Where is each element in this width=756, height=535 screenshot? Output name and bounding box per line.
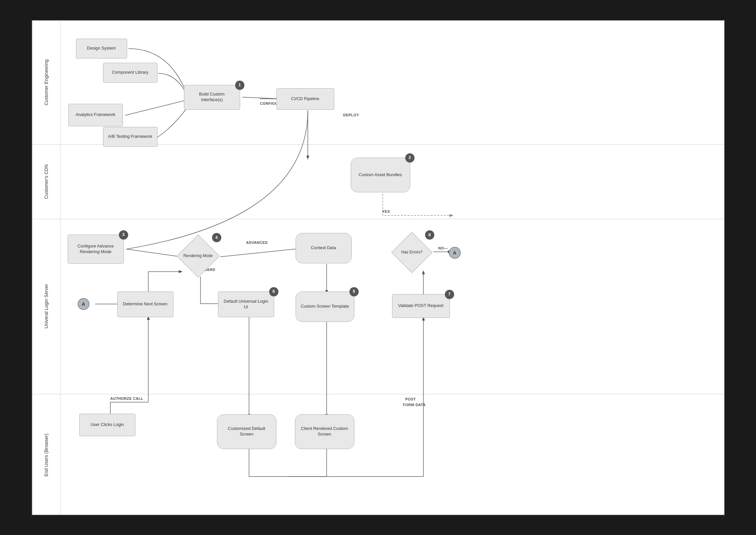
- customized-default-screen-label: Customized Default Screen: [222, 426, 271, 437]
- analytics-framework-label: Analytics Framework: [76, 112, 116, 118]
- default-universal-node: Default Universal Login UI 6: [218, 291, 274, 317]
- arrows-svg: CONFIGURE DEPLOY ADVANCED STANDARD YES N…: [32, 20, 724, 515]
- validate-post-label: Validate POST Request: [398, 303, 444, 309]
- connector-a-bottom: A: [78, 298, 90, 310]
- authorize-label: AUTHORZE CALL: [110, 397, 143, 401]
- badge-6: 6: [269, 287, 278, 296]
- validate-post-node: Validate POST Request 7: [392, 294, 450, 318]
- build-custom-node: Build Custom Interface(s) 1: [184, 85, 240, 110]
- context-data-label: Context Data: [311, 245, 336, 251]
- custom-screen-template-node: Custom Screen Template 5: [296, 291, 354, 322]
- badge-7: 7: [445, 290, 454, 299]
- custom-asset-bundles-label: Custom Asset Bundles: [359, 172, 402, 178]
- component-library-label: Component Library: [112, 70, 149, 75]
- badge-2: 2: [405, 153, 414, 163]
- user-clicks-login-label: User Clicks Login: [90, 422, 124, 428]
- ab-testing-label: A/B Testing Framework: [108, 134, 152, 139]
- connector-a-top: A: [449, 247, 461, 259]
- default-universal-label: Default Universal Login UI: [223, 299, 269, 310]
- badge-5: 5: [349, 287, 359, 296]
- user-clicks-login-node: User Clicks Login: [79, 414, 135, 436]
- component-library-node: Component Library: [103, 63, 158, 83]
- diagram-container: Customer Engineering Customer's CDN Univ…: [31, 20, 725, 516]
- rendering-mode-node: Rendering Mode 4: [177, 235, 220, 278]
- connector-a-bottom-label: A: [82, 301, 85, 307]
- lane-divider-3: [32, 394, 724, 394]
- badge-8: 8: [425, 230, 434, 240]
- deploy-label: DEPLOY: [343, 113, 359, 117]
- client-rendered-custom-node: Client Rendered Custom Screen: [295, 414, 354, 449]
- yes-label: YES: [382, 210, 390, 213]
- connector-a-top-label: A: [453, 250, 456, 255]
- determine-next-node: Determine Next Screen: [117, 291, 173, 317]
- post-form-data-label: FORM DATA: [403, 403, 426, 407]
- lane-divider-2: [32, 219, 724, 219]
- custom-asset-bundles-node: Custom Asset Bundles 2: [351, 158, 410, 192]
- context-data-node: Context Data: [296, 233, 352, 263]
- lane-label-end-users: End Users (Browser): [32, 394, 60, 516]
- lane-label-customer-engineering: Customer Engineering: [32, 20, 60, 144]
- custom-screen-template-label: Custom Screen Template: [301, 304, 349, 309]
- advanced-label: ADVANCED: [246, 241, 268, 245]
- cicd-pipeline-node: CI/CD Pipeline: [276, 88, 334, 110]
- determine-next-label: Determine Next Screen: [123, 301, 167, 307]
- has-errors-label: Has Errors?: [401, 250, 422, 255]
- client-rendered-custom-label: Client Rendered Custom Screen: [300, 426, 349, 437]
- design-system-label: Design System: [87, 46, 116, 51]
- badge-1: 1: [235, 81, 244, 90]
- lane-label-universal-login: Univeral Login Server: [32, 219, 60, 394]
- analytics-framework-node: Analytics Framework: [68, 104, 123, 126]
- cicd-pipeline-label: CI/CD Pipeline: [291, 96, 319, 102]
- customized-default-screen-node: Customized Default Screen: [217, 414, 276, 449]
- rendering-mode-label: Rendering Mode: [183, 253, 213, 259]
- design-system-node: Design System: [76, 39, 127, 58]
- badge-3: 3: [119, 230, 128, 240]
- ab-testing-node: A/B Testing Framework: [103, 127, 158, 147]
- configure-advance-label: Configure Advance Rendering Mode: [73, 244, 119, 255]
- lane-vertical-divider: [60, 20, 60, 515]
- configure-advance-node: Configure Advance Rendering Mode 3: [68, 235, 124, 264]
- lane-label-customers-cdn: Customer's CDN: [32, 144, 60, 219]
- badge-4: 4: [212, 233, 221, 242]
- no-label: NO—: [438, 246, 448, 250]
- has-errors-node: Has Errors? 8: [391, 232, 433, 273]
- build-custom-label: Build Custom Interface(s): [189, 92, 235, 103]
- post-form-label: POST: [405, 397, 416, 401]
